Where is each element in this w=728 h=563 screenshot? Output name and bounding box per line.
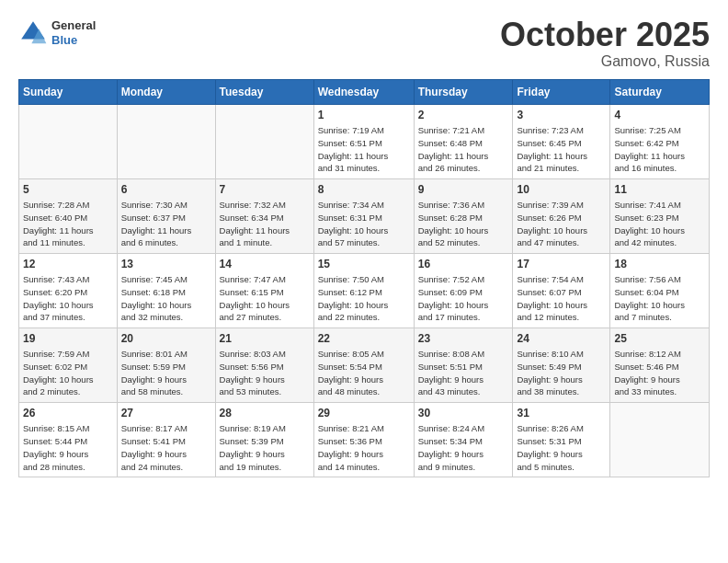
day-number: 1: [318, 109, 410, 121]
calendar-cell: 5Sunrise: 7:28 AM Sunset: 6:40 PM Daylig…: [19, 179, 118, 254]
day-number: 2: [418, 109, 509, 121]
day-number: 30: [418, 407, 509, 419]
calendar-cell: [215, 105, 313, 179]
day-info: Sunrise: 8:15 AM Sunset: 5:44 PM Dayligh…: [23, 422, 113, 473]
title-section: October 2025 Gamovo, Russia: [500, 18, 710, 70]
day-info: Sunrise: 7:59 AM Sunset: 6:02 PM Dayligh…: [23, 348, 113, 398]
day-number: 4: [614, 109, 705, 121]
calendar-cell: 25Sunrise: 8:12 AM Sunset: 5:46 PM Dayli…: [610, 328, 710, 403]
day-number: 12: [23, 258, 113, 270]
weekday-header-saturday: Saturday: [610, 80, 710, 105]
day-info: Sunrise: 7:36 AM Sunset: 6:28 PM Dayligh…: [418, 199, 509, 249]
day-number: 27: [121, 407, 211, 419]
day-number: 11: [614, 183, 705, 196]
day-info: Sunrise: 7:54 AM Sunset: 6:07 PM Dayligh…: [517, 273, 606, 324]
day-number: 14: [220, 258, 310, 270]
calendar-cell: [610, 403, 710, 477]
weekday-header-thursday: Thursday: [414, 80, 513, 105]
day-info: Sunrise: 7:56 AM Sunset: 6:04 PM Dayligh…: [614, 273, 705, 324]
day-info: Sunrise: 8:01 AM Sunset: 5:59 PM Dayligh…: [121, 348, 211, 398]
day-info: Sunrise: 7:32 AM Sunset: 6:34 PM Dayligh…: [220, 199, 310, 249]
day-info: Sunrise: 7:28 AM Sunset: 6:40 PM Dayligh…: [23, 199, 113, 249]
week-row-1: 1Sunrise: 7:19 AM Sunset: 6:51 PM Daylig…: [19, 105, 710, 179]
day-number: 17: [517, 258, 606, 270]
calendar-cell: 17Sunrise: 7:54 AM Sunset: 6:07 PM Dayli…: [513, 254, 610, 328]
day-info: Sunrise: 8:05 AM Sunset: 5:54 PM Dayligh…: [318, 348, 410, 398]
calendar-cell: 18Sunrise: 7:56 AM Sunset: 6:04 PM Dayli…: [610, 254, 710, 328]
calendar-cell: 27Sunrise: 8:17 AM Sunset: 5:41 PM Dayli…: [117, 403, 215, 477]
calendar-cell: 26Sunrise: 8:15 AM Sunset: 5:44 PM Dayli…: [19, 403, 118, 477]
calendar-cell: 22Sunrise: 8:05 AM Sunset: 5:54 PM Dayli…: [313, 328, 414, 403]
weekday-header-tuesday: Tuesday: [215, 80, 313, 105]
day-number: 10: [517, 183, 606, 196]
day-number: 29: [318, 407, 410, 419]
calendar-cell: [117, 105, 215, 179]
day-number: 26: [23, 407, 113, 419]
day-number: 13: [121, 258, 211, 270]
day-info: Sunrise: 7:47 AM Sunset: 6:15 PM Dayligh…: [220, 273, 310, 324]
day-number: 18: [614, 258, 705, 270]
calendar-cell: 1Sunrise: 7:19 AM Sunset: 6:51 PM Daylig…: [313, 105, 414, 179]
day-info: Sunrise: 7:25 AM Sunset: 6:42 PM Dayligh…: [614, 124, 705, 175]
logo-blue-text: Blue: [51, 33, 96, 48]
calendar-cell: 23Sunrise: 8:08 AM Sunset: 5:51 PM Dayli…: [414, 328, 513, 403]
day-info: Sunrise: 8:26 AM Sunset: 5:31 PM Dayligh…: [517, 422, 606, 473]
day-number: 24: [517, 332, 606, 345]
day-info: Sunrise: 8:08 AM Sunset: 5:51 PM Dayligh…: [418, 348, 509, 398]
day-info: Sunrise: 7:23 AM Sunset: 6:45 PM Dayligh…: [517, 124, 606, 175]
day-info: Sunrise: 7:41 AM Sunset: 6:23 PM Dayligh…: [614, 199, 705, 249]
calendar-cell: 30Sunrise: 8:24 AM Sunset: 5:34 PM Dayli…: [414, 403, 513, 477]
day-number: 23: [418, 332, 509, 345]
calendar-cell: 16Sunrise: 7:52 AM Sunset: 6:09 PM Dayli…: [414, 254, 513, 328]
day-info: Sunrise: 7:50 AM Sunset: 6:12 PM Dayligh…: [318, 273, 410, 324]
calendar-cell: 6Sunrise: 7:30 AM Sunset: 6:37 PM Daylig…: [117, 179, 215, 254]
day-info: Sunrise: 8:03 AM Sunset: 5:56 PM Dayligh…: [220, 348, 310, 398]
calendar-table: SundayMondayTuesdayWednesdayThursdayFrid…: [18, 79, 710, 477]
calendar-cell: 29Sunrise: 8:21 AM Sunset: 5:36 PM Dayli…: [313, 403, 414, 477]
weekday-header-wednesday: Wednesday: [313, 80, 414, 105]
calendar-cell: 31Sunrise: 8:26 AM Sunset: 5:31 PM Dayli…: [513, 403, 610, 477]
logo: General Blue: [18, 18, 96, 48]
day-info: Sunrise: 7:34 AM Sunset: 6:31 PM Dayligh…: [318, 199, 410, 249]
week-row-4: 19Sunrise: 7:59 AM Sunset: 6:02 PM Dayli…: [19, 328, 710, 403]
day-info: Sunrise: 7:21 AM Sunset: 6:48 PM Dayligh…: [418, 124, 509, 175]
logo-general-text: General: [51, 18, 96, 33]
day-info: Sunrise: 8:21 AM Sunset: 5:36 PM Dayligh…: [318, 422, 410, 473]
day-number: 20: [121, 332, 211, 345]
logo-text: General Blue: [51, 18, 96, 47]
page-header: General Blue October 2025 Gamovo, Russia: [18, 18, 710, 70]
day-number: 5: [23, 183, 113, 196]
day-number: 22: [318, 332, 410, 345]
calendar-cell: 2Sunrise: 7:21 AM Sunset: 6:48 PM Daylig…: [414, 105, 513, 179]
calendar-cell: 4Sunrise: 7:25 AM Sunset: 6:42 PM Daylig…: [610, 105, 710, 179]
day-number: 9: [418, 183, 509, 196]
day-number: 19: [23, 332, 113, 345]
calendar-cell: [19, 105, 118, 179]
calendar-cell: 28Sunrise: 8:19 AM Sunset: 5:39 PM Dayli…: [215, 403, 313, 477]
weekday-header-row: SundayMondayTuesdayWednesdayThursdayFrid…: [19, 80, 710, 105]
calendar-cell: 3Sunrise: 7:23 AM Sunset: 6:45 PM Daylig…: [513, 105, 610, 179]
day-number: 6: [121, 183, 211, 196]
day-number: 31: [517, 407, 606, 419]
day-number: 25: [614, 332, 705, 345]
calendar-cell: 20Sunrise: 8:01 AM Sunset: 5:59 PM Dayli…: [117, 328, 215, 403]
calendar-cell: 19Sunrise: 7:59 AM Sunset: 6:02 PM Dayli…: [19, 328, 118, 403]
day-number: 28: [220, 407, 310, 419]
day-info: Sunrise: 7:43 AM Sunset: 6:20 PM Dayligh…: [23, 273, 113, 324]
day-info: Sunrise: 7:39 AM Sunset: 6:26 PM Dayligh…: [517, 199, 606, 249]
location: Gamovo, Russia: [500, 53, 710, 70]
day-number: 21: [220, 332, 310, 345]
calendar-cell: 12Sunrise: 7:43 AM Sunset: 6:20 PM Dayli…: [19, 254, 118, 328]
month-title: October 2025: [500, 18, 710, 52]
weekday-header-sunday: Sunday: [19, 80, 118, 105]
day-info: Sunrise: 7:30 AM Sunset: 6:37 PM Dayligh…: [121, 199, 211, 249]
day-info: Sunrise: 8:19 AM Sunset: 5:39 PM Dayligh…: [220, 422, 310, 473]
day-info: Sunrise: 8:24 AM Sunset: 5:34 PM Dayligh…: [418, 422, 509, 473]
calendar-cell: 11Sunrise: 7:41 AM Sunset: 6:23 PM Dayli…: [610, 179, 710, 254]
weekday-header-monday: Monday: [117, 80, 215, 105]
calendar-cell: 24Sunrise: 8:10 AM Sunset: 5:49 PM Dayli…: [513, 328, 610, 403]
calendar-cell: 10Sunrise: 7:39 AM Sunset: 6:26 PM Dayli…: [513, 179, 610, 254]
calendar-cell: 14Sunrise: 7:47 AM Sunset: 6:15 PM Dayli…: [215, 254, 313, 328]
calendar-cell: 7Sunrise: 7:32 AM Sunset: 6:34 PM Daylig…: [215, 179, 313, 254]
calendar-cell: 9Sunrise: 7:36 AM Sunset: 6:28 PM Daylig…: [414, 179, 513, 254]
